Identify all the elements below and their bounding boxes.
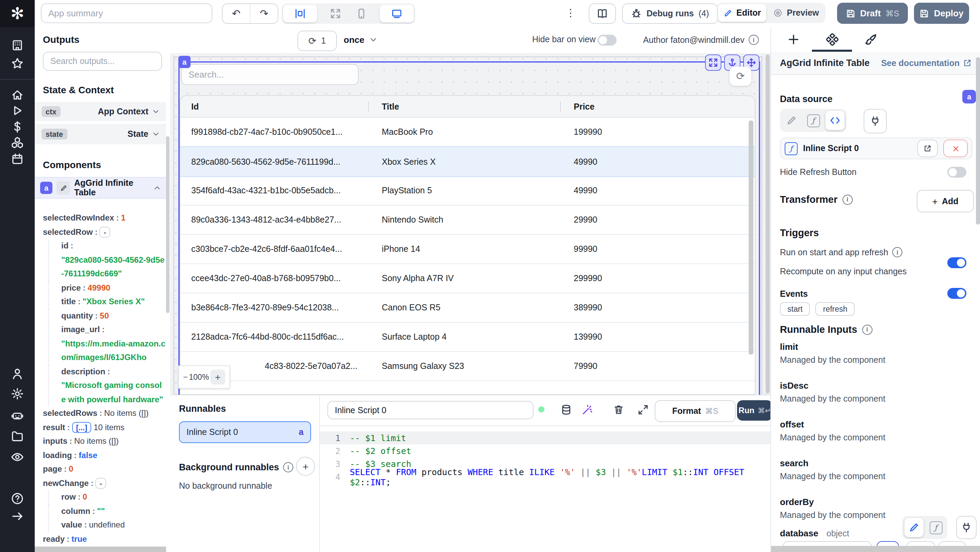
table-refresh-button[interactable]: ⟳ xyxy=(730,67,751,86)
output-tree-row-result[interactable]: result:[...] 10 items xyxy=(43,420,166,434)
table-row[interactable]: 2128adca-7fc6-44bd-800c-dc115df6ac...Sur… xyxy=(180,322,755,352)
output-tree-row-title[interactable]: title:"Xbox Series X" xyxy=(48,295,166,309)
run-on-start-toggle[interactable] xyxy=(947,257,966,268)
state-row[interactable]: state State xyxy=(35,124,166,144)
hide-bar-toggle[interactable] xyxy=(598,35,617,46)
chevron-up-icon[interactable] xyxy=(154,185,161,191)
runnable-item-inline-script-0[interactable]: Inline Script 0 a xyxy=(179,421,311,443)
refresh-count-button[interactable]: ⟳ 1 xyxy=(298,31,337,51)
settings-hscrollbar[interactable] xyxy=(771,546,980,552)
sidebar-item-play[interactable] xyxy=(0,102,35,118)
table-search-input[interactable]: Search... xyxy=(181,64,359,85)
more-menu-button[interactable]: ⋮ xyxy=(566,7,576,19)
output-tree-row[interactable]: "Microsoft gaming console with powerful … xyxy=(48,379,166,406)
static-value-button[interactable] xyxy=(782,111,801,130)
event-pill-start[interactable]: start xyxy=(780,302,810,316)
sidebar-item-eye[interactable] xyxy=(0,449,35,465)
table-scrollbar[interactable] xyxy=(749,121,753,355)
output-tree-row[interactable]: "https://m.media-amazon.com/images/I/61J… xyxy=(48,337,166,364)
column-header-title[interactable]: Title xyxy=(382,96,399,117)
output-tree-row-description[interactable]: description: xyxy=(48,364,166,379)
ctx-row[interactable]: ctx App Context xyxy=(35,102,166,122)
add-transformer-button[interactable]: + Add xyxy=(917,190,974,212)
column-header-id[interactable]: Id xyxy=(191,96,199,117)
sidebar-item-star[interactable] xyxy=(0,55,35,72)
tab-settings[interactable] xyxy=(812,27,852,52)
info-icon[interactable]: i xyxy=(749,35,759,45)
info-icon[interactable]: i xyxy=(283,462,293,472)
zoom-out-button[interactable]: − xyxy=(183,373,188,381)
sidebar-item-cubes[interactable] xyxy=(0,134,35,150)
code-area[interactable]: 1-- $1 limit2-- $2 offset3-- $3 search4S… xyxy=(320,425,770,552)
deploy-button[interactable]: Deploy xyxy=(914,3,969,24)
table-row[interactable]: b3e864c8-7fe3-4270-89e9-54c12038...Canon… xyxy=(180,293,755,323)
rename-component-button[interactable] xyxy=(56,181,70,195)
output-tree-row-id[interactable]: id: xyxy=(48,239,166,253)
outputs-hscrollbar[interactable] xyxy=(35,547,166,552)
expand-component-button[interactable] xyxy=(705,54,721,71)
recompute-toggle[interactable] xyxy=(947,288,966,299)
tab-preview[interactable]: Preview xyxy=(768,4,824,22)
windmill-logo-icon[interactable]: ✻ xyxy=(0,0,35,27)
eval-button[interactable] xyxy=(826,111,845,130)
detach-script-button[interactable] xyxy=(943,140,968,157)
connect-input-button[interactable] xyxy=(864,109,887,134)
draft-button[interactable]: Draft ⌘S xyxy=(837,3,908,24)
output-tree-row-newChange[interactable]: newChange:- xyxy=(43,476,166,490)
desktop-view-button[interactable] xyxy=(380,5,414,22)
output-tree-row-row[interactable]: row:0 xyxy=(48,490,166,504)
tab-styling[interactable] xyxy=(851,27,891,52)
table-row[interactable]: 4c83-8022-5e70a07a2...Samsung Galaxy S23… xyxy=(180,351,755,381)
app-canvas[interactable]: a ⟳ Search... Id Title Price f991898d-cb… xyxy=(170,53,770,395)
ai-assist-button[interactable] xyxy=(582,404,593,417)
expand-editor-button[interactable] xyxy=(638,404,649,417)
output-tree-row-price[interactable]: price:49990 xyxy=(48,281,166,295)
table-row[interactable]: f991898d-cb27-4ac7-b10c-0b9050ce1...MacB… xyxy=(180,117,755,147)
output-tree-row-selectedRow[interactable]: selectedRow:- xyxy=(43,225,166,239)
table-row[interactable]: c303bce7-cb2e-42c6-8fdf-6aa01fc4e4...iPh… xyxy=(180,234,755,264)
tab-editor[interactable]: Editor xyxy=(718,4,766,22)
connect-input-button[interactable] xyxy=(956,516,977,539)
output-tree-row-ready[interactable]: ready:true xyxy=(43,532,166,546)
sidebar-item-robot[interactable] xyxy=(0,407,35,423)
settings-scrollbar[interactable] xyxy=(976,57,980,224)
sidebar-item-person[interactable] xyxy=(0,366,35,382)
mobile-view-button[interactable] xyxy=(344,5,379,22)
redo-button[interactable]: ↷ xyxy=(250,4,278,23)
tab-insert[interactable] xyxy=(773,27,813,52)
output-tree-row-selectedRowIndex[interactable]: selectedRowIndex:1 xyxy=(43,211,166,225)
canvas-scrollbar[interactable] xyxy=(765,54,770,393)
schedule-select[interactable]: once xyxy=(344,35,377,45)
code-line-4[interactable]: 4SELECT * FROM products WHERE title ILIK… xyxy=(320,470,770,483)
sidebar-item-folder[interactable] xyxy=(0,428,35,444)
db-schema-button[interactable] xyxy=(561,404,572,417)
output-tree-row-value[interactable]: value:undefined xyxy=(48,518,166,532)
code-line-2[interactable]: 2-- $2 offset xyxy=(320,444,770,457)
see-documentation-link[interactable]: See documentation xyxy=(881,58,972,68)
script-name-input[interactable]: Inline Script 0 xyxy=(327,401,533,419)
output-tree-row-inputs[interactable]: inputs:No items ([]) xyxy=(43,434,166,448)
info-icon[interactable]: i xyxy=(892,247,902,257)
sidebar-item-question[interactable] xyxy=(0,490,35,506)
run-button[interactable]: Run ⌘↵ xyxy=(737,400,772,421)
column-header-price[interactable]: Price xyxy=(574,96,595,117)
outputs-scrollbar[interactable] xyxy=(166,136,169,313)
sidebar-item-dollar[interactable] xyxy=(0,118,35,135)
table-row[interactable]: ccee43dc-27e0-40a8-b768-b09579b0...Sony … xyxy=(180,263,755,293)
add-background-runnable-button[interactable]: + xyxy=(296,457,315,476)
sidebar-item-gear[interactable] xyxy=(0,385,35,402)
table-row[interactable]: 354f6afd-43ac-4321-b1bc-0b5e5adcb...Play… xyxy=(180,176,755,205)
table-row[interactable]: 89c0a336-1343-4812-ac34-e4bb8e27...Ninte… xyxy=(180,205,755,235)
code-line-1[interactable]: 1-- $1 limit xyxy=(320,431,770,444)
hide-refresh-toggle[interactable] xyxy=(947,167,966,178)
app-summary-input[interactable]: App summary xyxy=(41,3,212,23)
format-button[interactable]: Format ⌘S xyxy=(655,400,736,422)
output-tree-row-quantity[interactable]: quantity:50 xyxy=(48,309,166,323)
info-icon[interactable]: i xyxy=(862,325,872,334)
debug-runs-button[interactable]: Debug runs (4) xyxy=(622,3,718,24)
zoom-in-button[interactable]: + xyxy=(210,370,225,385)
template-button[interactable]: ƒ xyxy=(804,111,823,130)
open-script-button[interactable] xyxy=(917,140,938,157)
sidebar-item-calendar[interactable] xyxy=(0,150,35,167)
event-pill-refresh[interactable]: refresh xyxy=(816,302,855,316)
